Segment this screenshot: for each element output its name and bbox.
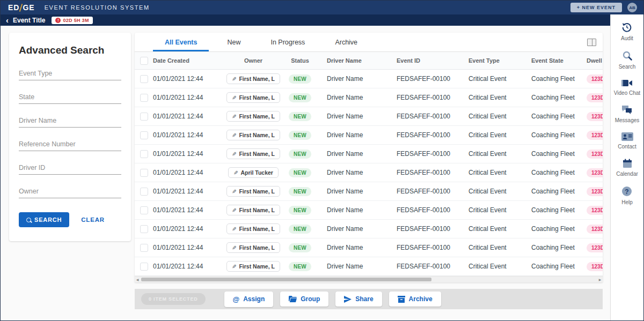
logo-text-left: ED [8, 3, 19, 12]
driver-id-field[interactable] [19, 162, 121, 175]
owner-chip[interactable]: ✎ First Name, L [226, 111, 280, 122]
driver-name-field[interactable] [19, 115, 121, 128]
cell-date-created: 01/01/2021 12:44 [153, 188, 224, 195]
cell-event-type: Critical Event [462, 244, 529, 251]
owner-chip[interactable]: ✎ First Name, L [226, 130, 280, 140]
status-badge: NEW [289, 74, 311, 84]
row-checkbox[interactable] [140, 206, 148, 214]
tab-new[interactable]: New [212, 33, 255, 51]
owner-field[interactable] [19, 186, 121, 198]
sidebar-item-audit[interactable]: Audit [621, 22, 633, 41]
row-checkbox[interactable] [140, 150, 148, 158]
tab-all-events[interactable]: All Events [150, 33, 212, 51]
table-row[interactable]: 01/01/2021 12:44 ✎ First Name, L NEW Dri… [135, 257, 603, 276]
table-row[interactable]: 01/01/2021 12:44 ✎ First Name, L NEW Dri… [135, 107, 603, 126]
table-row[interactable]: 01/01/2021 12:44 ✎ First Name, L NEW Dri… [135, 201, 603, 220]
edit-pencil-icon: ✎ [232, 132, 236, 138]
new-event-button[interactable]: + NEW EVENT [570, 3, 622, 12]
status-badge: NEW [289, 168, 311, 177]
owner-chip[interactable]: ✎ First Name, L [226, 92, 280, 103]
column-header-date-created[interactable]: Date Created [153, 57, 224, 64]
column-header-event-id[interactable]: Event ID [387, 57, 462, 64]
table-row[interactable]: 01/01/2021 12:44 ✎ First Name, L NEW Dri… [135, 182, 603, 201]
table-row[interactable]: 01/01/2021 12:44 ✎ First Name, L NEW Dri… [135, 238, 603, 257]
table-row[interactable]: 01/01/2021 12:44 ✎ First Name, L NEW Dri… [135, 126, 603, 145]
row-checkbox[interactable] [140, 263, 148, 271]
cell-event-type: Critical Event [462, 263, 529, 270]
reference-number-field[interactable] [19, 139, 121, 151]
assign-button[interactable]: @ Assign [224, 292, 274, 307]
sidebar-item-video-chat[interactable]: Video Chat [614, 79, 640, 96]
scrollbar-thumb[interactable] [141, 278, 431, 281]
owner-chip[interactable]: ✎ First Name, L [226, 261, 280, 272]
cell-driver-name: Driver Name [317, 75, 387, 83]
event-type-field[interactable] [19, 68, 121, 80]
row-checkbox[interactable] [140, 244, 148, 252]
select-all-checkbox[interactable] [140, 57, 148, 65]
table-row[interactable]: 01/01/2021 12:44 ✎ April Tucker NEW Driv… [135, 163, 603, 182]
row-checkbox[interactable] [140, 169, 148, 177]
status-badge: NEW [289, 262, 311, 271]
share-button[interactable]: Share [335, 292, 382, 307]
owner-chip[interactable]: ✎ First Name, L [226, 242, 280, 253]
status-badge: NEW [289, 187, 311, 196]
user-avatar[interactable]: AB [627, 3, 637, 12]
chat-bubbles-icon [621, 105, 632, 115]
search-button[interactable]: SEARCH [19, 212, 69, 227]
state-field[interactable] [19, 92, 121, 104]
row-checkbox[interactable] [140, 94, 148, 102]
owner-chip[interactable]: ✎ First Name, L [226, 205, 280, 215]
cell-driver-name: Driver Name [317, 150, 387, 158]
scroll-left-arrow-icon[interactable]: ◀ [135, 278, 140, 281]
cell-event-id: FEDSAFEF-00100 [387, 206, 462, 214]
status-badge: NEW [289, 131, 311, 140]
owner-chip[interactable]: ✎ April Tucker [228, 167, 279, 178]
cell-date-created: 01/01/2021 12:44 [153, 131, 224, 139]
owner-name: First Name, L [239, 113, 275, 120]
sidebar-item-search[interactable]: Search [619, 50, 636, 70]
edit-pencil-icon: ✎ [232, 264, 236, 270]
column-settings-icon[interactable] [587, 39, 596, 46]
group-button[interactable]: Group [280, 292, 328, 307]
sidebar-item-contact[interactable]: Contact [618, 132, 636, 150]
column-header-driver-name[interactable]: Driver Name [317, 57, 387, 64]
sidebar-item-help[interactable]: ? Help [621, 186, 633, 205]
scroll-right-arrow-icon[interactable]: ▶ [597, 278, 603, 281]
dwell-time-badge: 123D 5H [587, 150, 603, 159]
column-header-status[interactable]: Status [283, 57, 317, 64]
owner-name: First Name, L [239, 151, 275, 157]
clear-button[interactable]: CLEAR [81, 217, 105, 223]
sidebar-item-calendar[interactable]: Calendar [616, 159, 638, 177]
archive-button[interactable]: Archive [389, 292, 441, 307]
owner-chip[interactable]: ✎ First Name, L [226, 148, 280, 159]
owner-chip[interactable]: ✎ First Name, L [226, 186, 280, 197]
sidebar-label: Video Chat [614, 90, 640, 96]
row-checkbox[interactable] [140, 131, 148, 139]
column-header-dwell-time[interactable]: Dwell Time [580, 57, 603, 64]
cell-driver-name: Driver Name [317, 225, 387, 233]
table-row[interactable]: 01/01/2021 12:44 ✎ First Name, L NEW Dri… [135, 145, 603, 163]
sidebar-item-messages[interactable]: Messages [615, 105, 640, 123]
column-header-event-state[interactable]: Event State [529, 57, 580, 64]
owner-chip[interactable]: ✎ First Name, L [226, 223, 280, 234]
tab-archive[interactable]: Archive [320, 33, 372, 51]
group-folder-icon [289, 296, 297, 302]
tab-in-progress[interactable]: In Progress [255, 33, 320, 51]
table-row[interactable]: 01/01/2021 12:44 ✎ First Name, L NEW Dri… [135, 220, 603, 238]
sidebar-label: Contact [618, 144, 636, 150]
owner-name: First Name, L [239, 207, 275, 213]
edit-pencil-icon: ✎ [232, 189, 236, 195]
horizontal-scrollbar[interactable]: ◀ ▶ [135, 276, 603, 282]
back-chevron-icon[interactable]: ‹ [6, 16, 9, 24]
archive-box-icon [398, 296, 405, 303]
table-row[interactable]: 01/01/2021 12:44 ✎ First Name, L NEW Dri… [135, 88, 603, 107]
row-checkbox[interactable] [140, 225, 148, 233]
row-checkbox[interactable] [140, 188, 148, 196]
cell-driver-name: Driver Name [317, 263, 387, 270]
row-checkbox[interactable] [140, 113, 148, 121]
row-checkbox[interactable] [140, 75, 148, 83]
table-row[interactable]: 01/01/2021 12:44 ✎ First Name, L NEW Dri… [135, 70, 603, 88]
owner-chip[interactable]: ✎ First Name, L [226, 73, 280, 84]
column-header-event-type[interactable]: Event Type [462, 57, 529, 64]
column-header-owner[interactable]: Owner [224, 57, 283, 64]
